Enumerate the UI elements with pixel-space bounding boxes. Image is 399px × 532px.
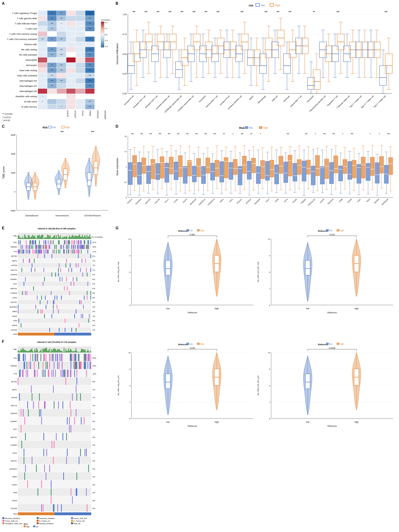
svg-text:low: low <box>166 421 170 423</box>
svg-text:SPEN: SPEN <box>12 500 17 502</box>
svg-rect-868 <box>80 237 81 239</box>
svg-text:USH2A: USH2A <box>11 507 17 510</box>
svg-rect-1344 <box>19 354 20 361</box>
heatmap-row-label: T cells CD4 memory activated <box>2 38 38 40</box>
svg-rect-963 <box>81 245 82 249</box>
svg-text:***: *** <box>186 133 189 135</box>
svg-rect-906 <box>68 240 68 245</box>
svg-text:45%: 45% <box>92 246 96 248</box>
svg-rect-887 <box>30 240 31 245</box>
svg-rect-1555 <box>63 473 64 480</box>
svg-rect-1227 <box>337 229 339 231</box>
svg-rect-1490 <box>39 409 40 417</box>
svg-text:high: high <box>275 4 280 7</box>
svg-rect-1452 <box>18 377 91 385</box>
svg-rect-1002 <box>54 249 54 254</box>
svg-rect-1356 <box>44 354 45 361</box>
svg-rect-1293 <box>49 349 50 353</box>
svg-rect-1352 <box>37 354 38 361</box>
svg-rect-805 <box>22 236 23 239</box>
svg-rect-861 <box>74 237 74 239</box>
svg-rect-1515 <box>56 433 57 441</box>
svg-rect-1485 <box>18 409 91 417</box>
svg-rect-1584 <box>57 504 58 512</box>
svg-rect-1455 <box>65 378 66 385</box>
svg-rect-888 <box>32 240 33 245</box>
svg-rect-1154 <box>18 318 91 323</box>
svg-rect-1365 <box>60 354 60 361</box>
svg-text:Gene expression: Gene expression <box>116 158 119 176</box>
svg-rect-442 <box>160 157 164 178</box>
svg-text:***: *** <box>91 131 94 133</box>
svg-rect-1479 <box>45 401 46 409</box>
svg-rect-966 <box>83 245 84 249</box>
svg-rect-1589 <box>18 512 54 515</box>
svg-text:USH2A: USH2A <box>11 329 17 331</box>
heatmap-cell <box>76 94 85 99</box>
svg-rect-1477 <box>38 401 39 409</box>
heatmap-cell <box>38 52 47 57</box>
svg-rect-920 <box>88 240 89 245</box>
svg-rect-819 <box>35 237 36 239</box>
svg-text:***: *** <box>385 11 387 13</box>
svg-rect-1538 <box>32 457 33 464</box>
heatmap-cell: *** <box>85 21 94 26</box>
svg-rect-1157 <box>65 319 65 323</box>
svg-rect-1279 <box>36 348 37 353</box>
heatmap-cell: *** <box>57 52 66 57</box>
svg-rect-1567 <box>51 488 52 496</box>
svg-rect-1015 <box>76 249 77 254</box>
svg-rect-1170 <box>71 328 72 332</box>
svg-text:7%: 7% <box>92 389 95 391</box>
svg-rect-1288 <box>44 348 45 353</box>
heatmap-cell <box>57 73 66 78</box>
svg-text:Nonsense_Mutation: Nonsense_Mutation <box>39 517 55 519</box>
svg-rect-1460 <box>31 385 32 393</box>
svg-text:DNAH9: DNAH9 <box>11 412 17 414</box>
heatmap-cell: *** <box>57 11 66 16</box>
svg-rect-1391 <box>29 362 30 369</box>
svg-rect-1500 <box>69 417 70 425</box>
svg-rect-1586 <box>87 504 87 512</box>
svg-rect-596 <box>261 160 265 179</box>
svg-rect-1541 <box>78 457 79 464</box>
svg-rect-1047 <box>78 263 78 268</box>
svg-text:5%: 5% <box>92 292 95 294</box>
heatmap-cell <box>38 47 47 52</box>
svg-rect-1591 <box>2 517 4 519</box>
svg-rect-1354 <box>40 354 41 361</box>
svg-rect-699 <box>329 162 334 184</box>
svg-rect-1509 <box>71 425 71 433</box>
svg-rect-1444 <box>67 370 68 377</box>
svg-text:9: 9 <box>269 255 270 257</box>
svg-rect-1289 <box>45 348 46 353</box>
svg-rect-1079 <box>77 277 77 281</box>
svg-rect-1001 <box>52 249 53 254</box>
svg-rect-1044 <box>65 263 66 268</box>
panel-g-top: G Riskscorelowhigh678910ips_ctla4_neg_pd… <box>114 225 399 339</box>
svg-rect-1100 <box>51 291 52 295</box>
svg-rect-1428 <box>34 370 35 377</box>
svg-rect-916 <box>81 240 82 245</box>
heatmap-cell <box>38 32 47 36</box>
heatmap-cell <box>47 32 57 36</box>
svg-rect-644 <box>293 163 297 181</box>
svg-rect-825 <box>41 235 41 239</box>
svg-rect-1533 <box>86 449 87 456</box>
svg-text:Risk: Risk <box>13 513 17 515</box>
svg-text:***: *** <box>305 133 307 135</box>
svg-rect-938 <box>40 245 40 249</box>
svg-rect-774 <box>379 157 384 173</box>
svg-rect-1442 <box>64 370 65 377</box>
svg-rect-1098 <box>25 291 26 295</box>
svg-rect-1207 <box>166 260 170 275</box>
svg-rect-1539 <box>53 457 54 464</box>
svg-rect-912 <box>77 240 77 245</box>
svg-rect-964 <box>82 245 82 249</box>
heatmap-cell: * <box>57 21 66 26</box>
svg-rect-691 <box>324 159 329 178</box>
heatmap-cell <box>38 42 47 47</box>
svg-rect-1192 <box>187 229 189 231</box>
svg-rect-456 <box>169 157 173 174</box>
svg-rect-1291 <box>47 351 48 353</box>
